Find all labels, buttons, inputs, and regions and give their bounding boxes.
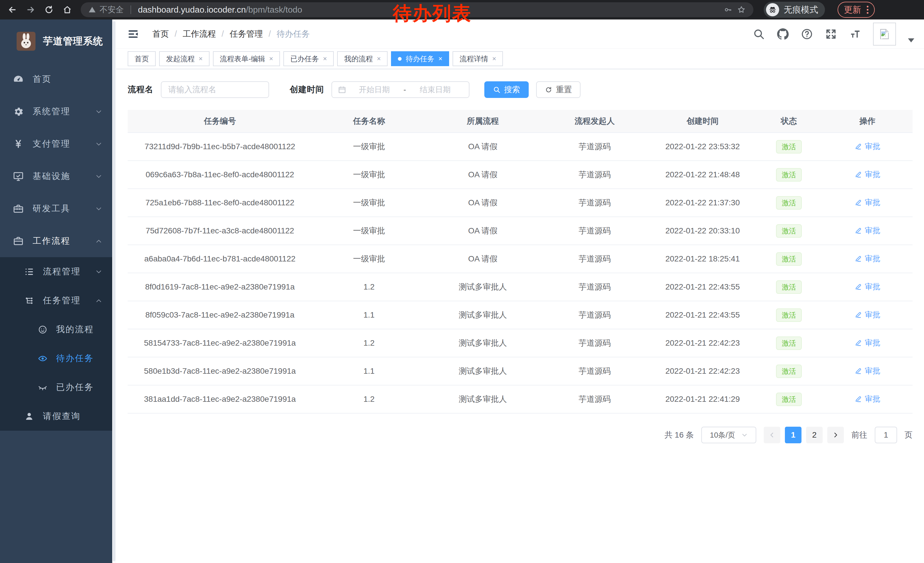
date-range-picker[interactable]: 开始日期 - 结束日期 (332, 81, 470, 98)
tab-label: 已办任务 (290, 54, 319, 63)
sidebar-item[interactable]: 系统管理 (0, 95, 112, 128)
update-label: 更新 (844, 4, 861, 16)
tab-item[interactable]: 流程表单-编辑× (213, 51, 280, 66)
approve-link[interactable]: 审批 (855, 309, 880, 320)
forward-icon[interactable] (26, 5, 36, 15)
search-icon[interactable] (753, 28, 765, 40)
chevron-up-icon (95, 237, 102, 245)
sidebar-item[interactable]: 任务管理 (0, 286, 112, 315)
tab-close-icon[interactable]: × (269, 55, 273, 62)
tab-close-icon[interactable]: × (438, 55, 442, 62)
sidebar-item[interactable]: 我的流程 (0, 315, 112, 344)
tab-active[interactable]: 待办任务× (391, 51, 449, 66)
sidebar-scrollbar[interactable] (112, 20, 116, 563)
sidebar-item[interactable]: 流程管理 (0, 257, 112, 286)
tab-item[interactable]: 首页 (128, 51, 156, 66)
breadcrumb-item[interactable]: 任务管理 (230, 29, 263, 40)
tab-item[interactable]: 我的流程× (337, 51, 388, 66)
reset-button[interactable]: 重置 (536, 81, 580, 98)
table-row: a6aba0a4-7b6d-11ec-b781-acde48001122一级审批… (128, 245, 912, 273)
chevron-right-icon (832, 432, 839, 438)
chevron-down-icon (95, 140, 102, 148)
search-button[interactable]: 搜索 (484, 81, 529, 98)
user-avatar-broken-image[interactable] (873, 23, 896, 45)
sidebar-collapse-icon[interactable] (127, 28, 139, 40)
home-icon[interactable] (62, 5, 72, 15)
approve-link[interactable]: 审批 (855, 169, 880, 180)
table-cell: 1.1 (312, 366, 426, 376)
back-icon[interactable] (8, 5, 17, 15)
browser-menu-icon[interactable] (867, 6, 868, 14)
app-logo[interactable]: 芋道管理系统 (0, 20, 112, 63)
process-name-input[interactable] (161, 81, 269, 98)
table-cell: 芋道源码 (540, 309, 650, 320)
table-row: 580e1b3d-7ac8-11ec-a9e2-a2380e71991a1.1测… (128, 357, 912, 386)
approve-link[interactable]: 审批 (855, 394, 880, 404)
prev-page-button[interactable] (764, 427, 780, 443)
approve-link[interactable]: 审批 (855, 197, 880, 208)
table-cell: 芋道源码 (540, 254, 650, 264)
sidebar-item[interactable]: 支付管理 (0, 128, 112, 160)
tab-label: 我的流程 (344, 54, 373, 63)
approve-link[interactable]: 审批 (855, 254, 880, 264)
approve-link[interactable]: 审批 (855, 141, 880, 152)
sidebar-item[interactable]: 工作流程 (0, 225, 112, 257)
breadcrumb-item[interactable]: 工作流程 (183, 29, 216, 40)
page-button-1[interactable]: 1 (785, 427, 801, 443)
status-badge: 激活 (776, 365, 802, 378)
table-cell: 芋道源码 (540, 225, 650, 236)
breadcrumb-item[interactable]: 首页 (152, 29, 169, 40)
fullscreen-icon[interactable] (825, 28, 837, 40)
table-cell: 725a1eb6-7b88-11ec-8ef0-acde48001122 (128, 198, 312, 207)
approve-link[interactable]: 审批 (855, 281, 880, 292)
start-date-placeholder[interactable]: 开始日期 (346, 84, 402, 95)
help-icon[interactable] (801, 28, 813, 40)
sidebar-submenu: 流程管理任务管理我的流程待办任务已办任务请假查询 (0, 257, 112, 431)
approve-link[interactable]: 审批 (855, 338, 880, 348)
approve-link[interactable]: 审批 (855, 366, 880, 376)
tab-item[interactable]: 流程详情× (453, 51, 503, 66)
font-size-icon[interactable] (849, 28, 861, 40)
sidebar-item[interactable]: 已办任务 (0, 373, 112, 402)
security-warning[interactable]: 不安全 (88, 4, 124, 15)
sidebar-item-label: 流程管理 (43, 266, 95, 278)
sidebar-item[interactable]: 研发工具 (0, 192, 112, 225)
table-cell: OA 请假 (426, 169, 540, 180)
tab-close-icon[interactable]: × (377, 55, 381, 62)
bookmark-star-icon[interactable] (737, 5, 746, 14)
approve-label: 审批 (865, 141, 880, 152)
action-cell: 审批 (822, 254, 912, 264)
tab-close-icon[interactable]: × (323, 55, 327, 62)
sidebar-item-label: 工作流程 (33, 235, 95, 247)
page-button-2[interactable]: 2 (806, 427, 823, 443)
table-row: 725a1eb6-7b88-11ec-8ef0-acde48001122一级审批… (128, 189, 912, 217)
tab-close-icon[interactable]: × (199, 55, 202, 62)
status-badge: 激活 (776, 252, 802, 266)
action-cell: 审批 (822, 281, 912, 293)
url-text[interactable]: dashboard.yudao.iocoder.cn/bpm/task/todo (138, 5, 302, 15)
sidebar-item[interactable]: 请假查询 (0, 402, 112, 431)
tab-item[interactable]: 发起流程× (159, 51, 210, 66)
tab-item[interactable]: 已办任务× (284, 51, 334, 66)
table-row: 8f059c03-7ac8-11ec-a9e2-a2380e71991a1.1测… (128, 301, 912, 329)
sidebar-item[interactable]: 基础设施 (0, 160, 112, 192)
sidebar-item[interactable]: 待办任务 (0, 344, 112, 373)
end-date-placeholder[interactable]: 结束日期 (407, 84, 464, 95)
browser-update-button[interactable]: 更新 (837, 2, 875, 18)
next-page-button[interactable] (827, 427, 844, 443)
avatar-dropdown-caret[interactable] (908, 38, 914, 42)
goto-page-input[interactable] (875, 427, 897, 443)
monitor-icon (13, 171, 24, 182)
key-icon[interactable] (724, 6, 732, 14)
page-size-select[interactable]: 10条/页 (701, 427, 756, 443)
sidebar-item[interactable]: 首页 (0, 63, 112, 95)
status-badge: 激活 (776, 224, 802, 238)
url-bar[interactable]: 不安全 dashboard.yudao.iocoder.cn/bpm/task/… (81, 2, 753, 17)
table-row: 73211d9d-7b9b-11ec-b5b7-acde48001122一级审批… (128, 133, 912, 161)
reload-icon[interactable] (44, 5, 54, 15)
table-cell: 2022-01-21 22:42:23 (650, 338, 755, 348)
tab-close-icon[interactable]: × (492, 55, 496, 62)
table-cell: 测试多审批人 (426, 338, 540, 348)
approve-link[interactable]: 审批 (855, 225, 880, 236)
github-icon[interactable] (777, 28, 789, 40)
